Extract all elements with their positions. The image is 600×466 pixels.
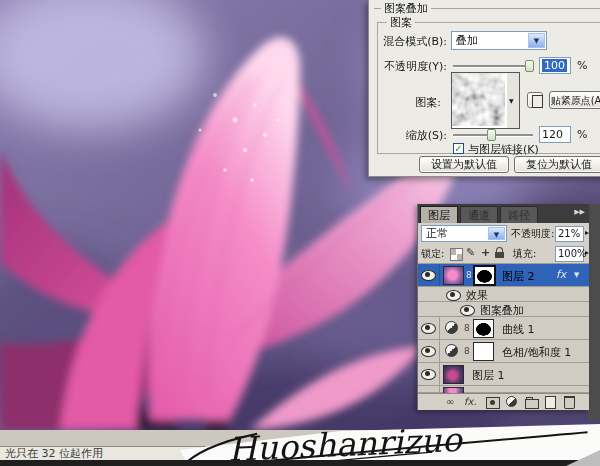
panel-tab-bar: 图层 通道 路径 ▶▶ xyxy=(418,204,589,223)
fx-badge-icon[interactable]: fx xyxy=(556,268,566,281)
opacity-slider-knob[interactable] xyxy=(525,60,534,72)
curves-mask-thumbnail[interactable] xyxy=(473,319,494,338)
layer-blend-mode-select[interactable]: 正常 ▼ xyxy=(421,225,507,242)
mask-link-icon: 8 xyxy=(464,323,470,333)
opacity-percent: % xyxy=(577,59,587,72)
new-pattern-icon xyxy=(532,95,543,108)
pattern-picker-arrow-icon: ▼ xyxy=(509,97,514,104)
mask-link-icon[interactable]: 8 xyxy=(466,270,472,280)
layer1-thumbnail[interactable] xyxy=(443,365,464,384)
link-with-layer-checkbox[interactable]: ✓ xyxy=(453,143,464,154)
layer-row-curves[interactable]: 8 曲线 1 xyxy=(418,317,589,340)
scale-value-field[interactable]: 120 xyxy=(539,126,571,143)
eye-icon[interactable] xyxy=(460,305,475,316)
scroll-left-icon: ◁ xyxy=(228,448,235,458)
fill-field[interactable]: 100% xyxy=(555,246,584,262)
eye-icon[interactable] xyxy=(421,369,436,380)
blend-mode-value: 叠加 xyxy=(456,34,478,47)
delete-layer-icon[interactable] xyxy=(564,396,575,409)
lock-transparency-icon[interactable] xyxy=(450,248,463,261)
new-group-icon[interactable] xyxy=(525,399,539,409)
lock-move-icon[interactable]: + xyxy=(481,246,490,259)
set-default-button[interactable]: 设置为默认值 xyxy=(419,156,509,173)
fill-label: 填充: xyxy=(513,247,536,261)
scale-slider-track[interactable] xyxy=(453,134,533,137)
effects-row[interactable]: 效果 xyxy=(418,287,589,302)
tab-paths[interactable]: 路径 xyxy=(500,206,538,223)
reset-default-button[interactable]: 复位为默认值 xyxy=(514,156,600,173)
new-pattern-button[interactable] xyxy=(527,92,543,108)
mask-link-icon: 8 xyxy=(464,346,470,356)
effects-label: 效果 xyxy=(466,288,488,303)
layer-opacity-label: 不透明度: xyxy=(511,227,554,241)
layer-row-layer2[interactable]: 8 图层 2 fx ▼ xyxy=(418,264,589,287)
new-adjustment-icon[interactable] xyxy=(506,396,517,407)
dialog-title: 图案叠加 xyxy=(381,1,431,16)
panel-menu-icon[interactable]: ▶▶ xyxy=(574,208,585,216)
snap-to-origin-button[interactable]: 贴紧原点(A) xyxy=(549,91,600,109)
layer-name[interactable]: 图层 2 xyxy=(502,269,535,284)
lock-paint-brush-icon[interactable]: ✎ xyxy=(466,246,475,259)
fill-spinner-icon[interactable]: ▸ xyxy=(585,248,589,257)
pattern-label: 图案: xyxy=(369,95,441,110)
pattern-group-label: 图案 xyxy=(387,15,415,30)
pattern-overlay-dialog: 图案叠加 图案 混合模式(B): 叠加 ▼ 不透明度(Y): 100 % 图案: xyxy=(368,0,600,177)
blend-mode-label: 混合模式(B): xyxy=(369,34,447,49)
layer-name[interactable]: 曲线 1 xyxy=(502,322,535,337)
tab-layers[interactable]: 图层 xyxy=(420,206,458,223)
photoshop-screenshot: 图案叠加 图案 混合模式(B): 叠加 ▼ 不透明度(Y): 100 % 图案: xyxy=(0,0,600,466)
pattern-overlay-label: 图案叠加 xyxy=(480,303,524,318)
blend-mode-select[interactable]: 叠加 ▼ xyxy=(451,31,547,50)
link-layers-icon[interactable]: ∞ xyxy=(446,396,454,407)
layer-opacity-field[interactable]: 21% xyxy=(555,226,584,242)
layer2-thumbnail[interactable] xyxy=(443,266,464,285)
pattern-thumbnail[interactable] xyxy=(451,72,508,129)
status-message: 光只在 32 位起作用 xyxy=(5,447,103,460)
lock-fill-row: 锁定: ✎ + 填充: 100% ▸ xyxy=(418,244,589,264)
pattern-overlay-effect-row[interactable]: 图案叠加 xyxy=(418,302,589,317)
layer-blend-mode-value: 正常 xyxy=(426,227,448,240)
eye-icon[interactable] xyxy=(421,323,436,334)
eye-icon[interactable] xyxy=(421,270,436,281)
layers-panel: 图层 通道 路径 ▶▶ 正常 ▼ 不透明度: 21% ▸ 锁定: ✎ + xyxy=(417,204,589,410)
layer-name[interactable]: 色相/饱和度 1 xyxy=(502,345,571,360)
lock-label: 锁定: xyxy=(421,247,444,261)
fill-value: 100% xyxy=(558,248,587,259)
fx-collapse-icon[interactable]: ▼ xyxy=(574,271,579,279)
watermark-corner xyxy=(566,450,600,466)
layer-style-icon[interactable]: fx. xyxy=(464,396,477,407)
layer2-mask-thumbnail[interactable] xyxy=(473,265,496,286)
eye-icon[interactable] xyxy=(446,290,461,301)
link-with-layer-label: 与图层链接(K) xyxy=(468,142,539,157)
layer-row-partial[interactable] xyxy=(418,386,589,393)
opacity-slider-track[interactable] xyxy=(453,65,533,68)
pattern-picker-button[interactable]: ▼ xyxy=(507,72,520,129)
new-layer-icon[interactable] xyxy=(545,396,556,409)
eye-icon[interactable] xyxy=(421,346,436,357)
blend-opacity-row: 正常 ▼ 不透明度: 21% ▸ xyxy=(418,223,589,244)
check-icon: ✓ xyxy=(454,143,462,154)
status-bar-field: 光只在 32 位起作用 xyxy=(0,446,206,461)
dialog-opacity-label: 不透明度(Y): xyxy=(369,59,447,74)
layer-row-hue-sat[interactable]: 8 色相/饱和度 1 xyxy=(418,340,589,363)
chevron-down-icon[interactable]: ▼ xyxy=(528,33,545,48)
scale-value: 120 xyxy=(542,128,563,141)
scale-label: 缩放(S): xyxy=(369,128,447,143)
add-mask-icon[interactable] xyxy=(486,397,500,409)
opacity-value-field[interactable]: 100 xyxy=(539,57,571,74)
layer-row-layer1[interactable]: 图层 1 xyxy=(418,363,589,386)
opacity-value: 100 xyxy=(542,59,567,72)
adjustment-layer-icon xyxy=(445,321,458,334)
play-icon: ▶ xyxy=(212,449,217,457)
status-menu-button[interactable]: ▶ xyxy=(208,446,222,461)
chevron-down-icon[interactable]: ▼ xyxy=(488,227,505,240)
layer-name[interactable]: 图层 1 xyxy=(472,368,505,383)
scale-slider-knob[interactable] xyxy=(487,129,496,141)
opacity-spinner-icon[interactable]: ▸ xyxy=(585,228,589,237)
adjustment-layer-icon xyxy=(445,344,458,357)
panel-dock-edge xyxy=(588,204,600,420)
layers-panel-footer: ∞ fx. xyxy=(418,393,589,410)
hue-sat-mask-thumbnail[interactable] xyxy=(473,342,494,361)
tab-channels[interactable]: 通道 xyxy=(460,206,498,223)
window-bottom-border xyxy=(0,460,600,466)
